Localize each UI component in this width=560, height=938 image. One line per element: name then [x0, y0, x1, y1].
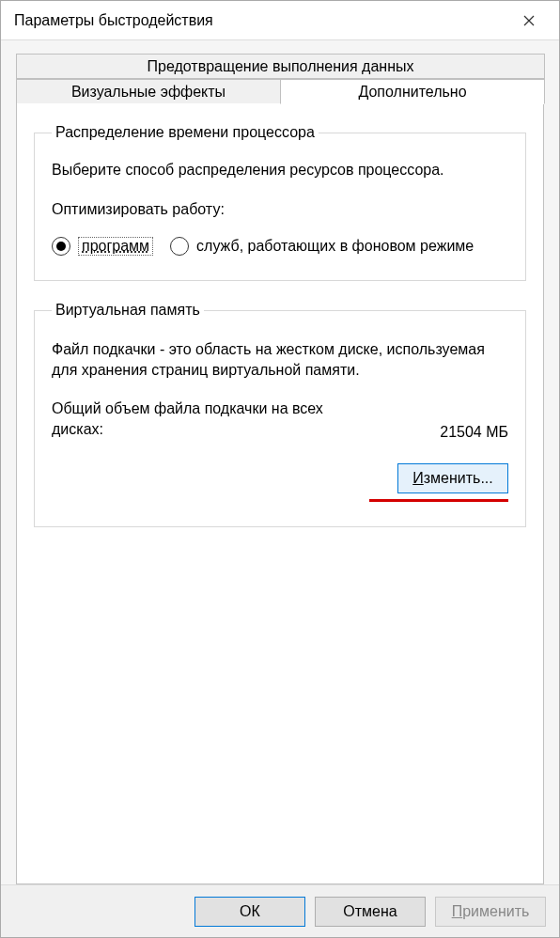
close-button[interactable] [508, 1, 550, 40]
virtual-memory-desc: Файл подкачки - это область на жестком д… [52, 339, 508, 382]
apply-rest: рименить [462, 903, 529, 919]
paging-file-total-row: Общий объем файла подкачки на всех диска… [52, 399, 508, 441]
window-title: Параметры быстродействия [14, 12, 508, 29]
radio-outer-icon [170, 237, 189, 256]
radio-outer-icon [52, 237, 70, 256]
tab-panel-advanced: Распределение времени процессора Выберит… [16, 103, 544, 884]
client-area: Предотвращение выполнения данных Визуаль… [1, 40, 559, 884]
tab-advanced[interactable]: Дополнительно [280, 79, 545, 104]
annotation-underline [369, 499, 508, 502]
radio-services-label: служб, работающих в фоновом режиме [196, 238, 474, 255]
tab-dep[interactable]: Предотвращение выполнения данных [16, 54, 545, 79]
virtual-memory-group: Виртуальная память Файл подкачки - это о… [34, 302, 526, 527]
tab-visual-effects[interactable]: Визуальные эффекты [16, 79, 281, 104]
paging-file-total-label: Общий объем файла подкачки на всех диска… [52, 399, 362, 441]
radio-dot-icon [56, 242, 66, 251]
titlebar: Параметры быстродействия [1, 1, 559, 40]
radio-row: программ служб, работающих в фоновом реж… [52, 237, 508, 256]
performance-options-window: Параметры быстродействия Предотвращение … [0, 0, 560, 938]
change-row: Изменить... [52, 463, 508, 502]
ok-button[interactable]: ОК [194, 897, 305, 927]
processor-scheduling-legend: Распределение времени процессора [52, 124, 319, 141]
optimize-label: Оптимизировать работу: [52, 201, 508, 218]
radio-programs-label: программ [78, 237, 153, 256]
apply-accel: П [452, 903, 463, 919]
change-button[interactable]: Изменить... [397, 463, 508, 493]
processor-scheduling-group: Распределение времени процессора Выберит… [34, 124, 526, 281]
change-button-rest: зменить... [424, 470, 493, 486]
radio-programs[interactable]: программ [52, 237, 153, 256]
cancel-button[interactable]: Отмена [315, 897, 426, 927]
paging-file-total-value: 21504 МБ [440, 424, 508, 441]
virtual-memory-legend: Виртуальная память [52, 302, 204, 319]
processor-scheduling-desc: Выберите способ распределения ресурсов п… [52, 162, 508, 179]
tab-control: Предотвращение выполнения данных Визуаль… [16, 54, 544, 884]
radio-background-services[interactable]: служб, работающих в фоновом режиме [170, 237, 474, 256]
apply-button: Применить [435, 897, 546, 927]
change-button-accel: И [412, 470, 424, 486]
dialog-button-row: ОК Отмена Применить [1, 884, 559, 937]
